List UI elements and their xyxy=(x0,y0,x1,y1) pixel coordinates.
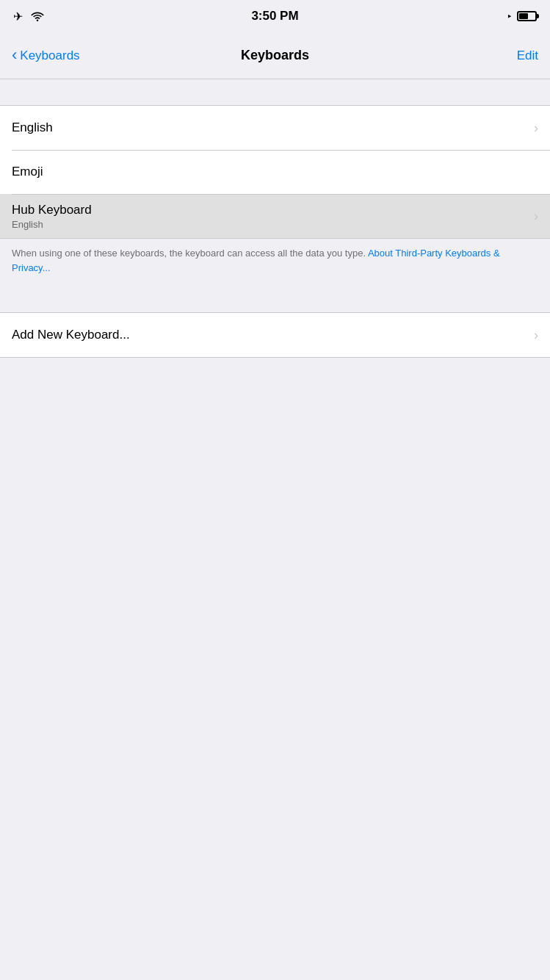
keyboard-row-english[interactable]: English › xyxy=(0,106,550,150)
bottom-bg xyxy=(0,358,550,725)
add-keyboard-row[interactable]: Add New Keyboard... › xyxy=(0,313,550,357)
keyboard-row-hub[interactable]: Hub Keyboard English › xyxy=(0,194,550,238)
battery-indicator xyxy=(517,11,537,21)
location-icon: ‣ xyxy=(507,11,513,22)
privacy-footer: When using one of these keyboards, the k… xyxy=(0,239,550,287)
status-left: ✈ xyxy=(13,10,45,24)
status-bar: ✈ 3:50 PM ‣ xyxy=(0,0,550,32)
back-chevron-icon: ‹ xyxy=(12,47,17,63)
status-time: 3:50 PM xyxy=(251,9,298,24)
add-keyboard-label: Add New Keyboard... xyxy=(12,328,130,342)
airplane-icon: ✈ xyxy=(13,10,23,24)
keyboard-label-english: English xyxy=(12,120,53,135)
add-keyboard-chevron-icon: › xyxy=(534,328,538,343)
top-spacer xyxy=(0,79,550,105)
mid-spacer xyxy=(0,287,550,312)
back-button[interactable]: ‹ Keyboards xyxy=(12,48,80,63)
battery-fill xyxy=(519,13,528,19)
keyboard-row-emoji[interactable]: Emoji xyxy=(0,150,550,194)
nav-bar: ‹ Keyboards Keyboards Edit xyxy=(0,32,550,79)
status-right: ‣ xyxy=(507,11,537,22)
edit-button[interactable]: Edit xyxy=(517,48,538,63)
battery-body xyxy=(517,11,537,21)
hub-keyboard-content: Hub Keyboard English xyxy=(12,203,92,230)
wifi-icon xyxy=(30,10,45,22)
hub-chevron-icon: › xyxy=(534,209,538,224)
hub-keyboard-label: Hub Keyboard xyxy=(12,203,92,217)
footer-text: When using one of these keyboards, the k… xyxy=(12,248,368,259)
keyboard-list-section: English › Emoji Hub Keyboard English › xyxy=(0,105,550,239)
chevron-right-icon: › xyxy=(534,120,538,136)
add-keyboard-section: Add New Keyboard... › xyxy=(0,312,550,358)
keyboard-label-emoji: Emoji xyxy=(12,165,43,179)
back-label: Keyboards xyxy=(20,48,79,63)
hub-keyboard-subtitle: English xyxy=(12,219,92,230)
page-title: Keyboards xyxy=(241,48,309,63)
